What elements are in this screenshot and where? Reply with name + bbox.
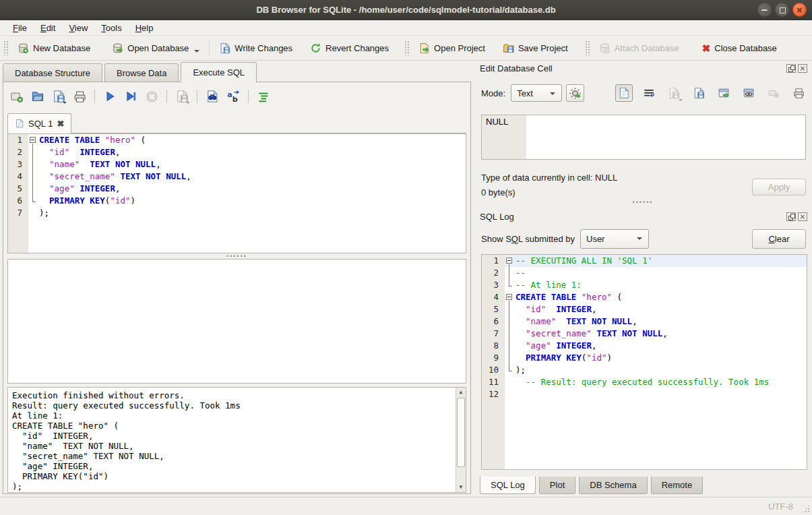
open-sql-file-button[interactable] bbox=[30, 88, 46, 104]
toolbar-separator bbox=[94, 90, 95, 103]
code-line: 11 -- Result: query executed successfull… bbox=[482, 376, 807, 388]
apply-settings-button[interactable] bbox=[566, 84, 584, 102]
save-sql-dropdown-icon[interactable] bbox=[63, 102, 67, 104]
line-number: 11 bbox=[482, 376, 505, 388]
open-database-dropdown-icon[interactable] bbox=[194, 50, 199, 53]
cell-editor[interactable]: NULL bbox=[481, 115, 806, 160]
maximize-button[interactable] bbox=[775, 3, 789, 17]
menu-edit[interactable]: Edit bbox=[34, 22, 61, 34]
open-external-button[interactable] bbox=[715, 84, 732, 102]
dock-splitter[interactable]: •••••• bbox=[474, 200, 812, 205]
sql-log-dock-header: SQL Log bbox=[480, 210, 807, 222]
dock-tabbar: SQL Log Plot DB Schema Remote bbox=[480, 477, 703, 494]
sql-file-icon bbox=[15, 119, 24, 128]
open-tab-button[interactable] bbox=[9, 88, 25, 104]
text-mode-button[interactable] bbox=[615, 84, 633, 102]
tab-sql-1[interactable]: SQL 1 ✖ bbox=[7, 113, 71, 133]
fold-column bbox=[28, 207, 39, 219]
results-table[interactable] bbox=[7, 259, 466, 384]
print-cell-button[interactable] bbox=[790, 84, 807, 102]
attach-database-icon bbox=[599, 42, 611, 54]
titlebar[interactable]: DB Browser for SQLite - /home/user/code/… bbox=[0, 0, 812, 20]
menu-view[interactable]: View bbox=[63, 22, 94, 34]
stop-button bbox=[144, 88, 160, 104]
print-button[interactable] bbox=[71, 88, 88, 104]
toolbar-handle[interactable] bbox=[404, 40, 409, 55]
auto-completion-button[interactable]: ab bbox=[225, 88, 241, 104]
export-data-button[interactable] bbox=[690, 84, 708, 102]
fold-marker-icon bbox=[505, 279, 516, 291]
close-database-button[interactable]: ✖ Close Database bbox=[696, 40, 783, 57]
scroll-down-icon[interactable]: ▼ bbox=[456, 483, 466, 492]
fold-marker-icon bbox=[28, 183, 39, 195]
word-wrap-icon bbox=[643, 87, 655, 99]
tab-database-structure[interactable]: Database Structure bbox=[3, 63, 102, 82]
main-tabbar: Database Structure Browse Data Execute S… bbox=[3, 62, 474, 82]
close-dock-button[interactable] bbox=[798, 212, 807, 221]
float-dock-button[interactable] bbox=[786, 212, 796, 221]
close-sql-tab-icon[interactable]: ✖ bbox=[57, 119, 64, 129]
tab-sql-log[interactable]: SQL Log bbox=[480, 477, 536, 494]
link-button[interactable] bbox=[740, 84, 757, 102]
execution-message-box[interactable]: Execution finished without errors. Resul… bbox=[7, 387, 466, 493]
word-wrap-button[interactable] bbox=[640, 84, 658, 102]
encoding-indicator[interactable]: UTF-8 bbox=[768, 502, 793, 512]
scrollbar-thumb[interactable] bbox=[457, 398, 465, 467]
code-text: "name" TEXT NOT NULL, bbox=[39, 158, 466, 171]
menu-help[interactable]: Help bbox=[129, 22, 160, 34]
toolbar-separator bbox=[209, 40, 210, 55]
code-text bbox=[516, 388, 807, 400]
open-database-button[interactable]: Open Database bbox=[106, 39, 206, 57]
clear-log-button[interactable]: Clear bbox=[752, 229, 806, 249]
sql-editor[interactable]: 1CREATE TABLE "hero" (2 "id" INTEGER,3 "… bbox=[7, 133, 466, 253]
scroll-up-icon[interactable]: ▲ bbox=[456, 388, 466, 397]
save-sql-file-button[interactable] bbox=[51, 88, 67, 104]
find-replace-button[interactable] bbox=[204, 88, 220, 104]
execution-message: Execution finished without errors. Resul… bbox=[12, 390, 452, 492]
toolbar-handle[interactable] bbox=[3, 40, 8, 55]
toolbar-separator bbox=[197, 90, 197, 103]
tab-remote[interactable]: Remote bbox=[651, 477, 704, 494]
menu-tools[interactable]: Tools bbox=[95, 22, 127, 34]
fold-marker-icon[interactable] bbox=[505, 291, 516, 303]
auto-completion-icon: ab bbox=[226, 90, 240, 103]
new-database-button[interactable]: New Database bbox=[11, 39, 96, 57]
code-text: CREATE TABLE "hero" ( bbox=[39, 134, 466, 146]
float-dock-button[interactable] bbox=[786, 64, 796, 73]
revert-changes-button[interactable]: Revert Changes bbox=[304, 39, 395, 57]
tab-plot[interactable]: Plot bbox=[539, 477, 575, 494]
menu-file[interactable]: File bbox=[7, 22, 33, 34]
app-window: { "window": { "title": "DB Browser for S… bbox=[0, 0, 812, 515]
minimize-button[interactable] bbox=[757, 3, 772, 17]
sql-log-view[interactable]: 1-- EXECUTING ALL IN 'SQL 1'2--3-- At li… bbox=[481, 254, 807, 470]
format-sql-button[interactable] bbox=[255, 88, 272, 104]
log-filter-select[interactable]: User bbox=[580, 229, 649, 249]
toolbar-handle[interactable] bbox=[585, 40, 590, 55]
edit-cell-dock-header: Edit Database Cell bbox=[480, 62, 807, 74]
tab-db-schema[interactable]: DB Schema bbox=[579, 477, 647, 494]
close-dock-button[interactable] bbox=[798, 64, 807, 73]
write-changes-button[interactable]: Write Changes bbox=[213, 39, 299, 57]
fold-marker-icon[interactable] bbox=[28, 134, 39, 146]
mode-select[interactable]: Text bbox=[511, 84, 562, 102]
editor-results-splitter[interactable]: •••••• bbox=[7, 253, 466, 259]
line-number: 3 bbox=[8, 158, 28, 171]
tab-execute-sql[interactable]: Execute SQL bbox=[181, 62, 257, 82]
execute-current-line-button[interactable] bbox=[123, 88, 139, 104]
message-scrollbar[interactable]: ▲ ▼ bbox=[456, 388, 466, 492]
open-project-button[interactable]: Open Project bbox=[412, 39, 491, 57]
fold-marker-icon[interactable] bbox=[505, 255, 516, 267]
resize-grip[interactable] bbox=[802, 505, 810, 513]
fold-marker-icon bbox=[505, 364, 516, 376]
code-text: PRIMARY KEY("id") bbox=[39, 195, 466, 207]
code-line: 2 "id" INTEGER, bbox=[8, 146, 466, 158]
execute-all-icon bbox=[104, 90, 116, 102]
tab-browse-data[interactable]: Browse Data bbox=[104, 63, 179, 82]
close-button[interactable] bbox=[792, 3, 807, 17]
fold-marker-icon bbox=[28, 158, 39, 171]
fold-marker-icon bbox=[505, 303, 516, 315]
save-project-button[interactable]: Save Project bbox=[497, 39, 574, 57]
execute-all-button[interactable] bbox=[102, 88, 118, 104]
code-text: -- At line 1: bbox=[516, 279, 807, 291]
code-text: "secret_name" TEXT NOT NULL, bbox=[39, 171, 466, 183]
